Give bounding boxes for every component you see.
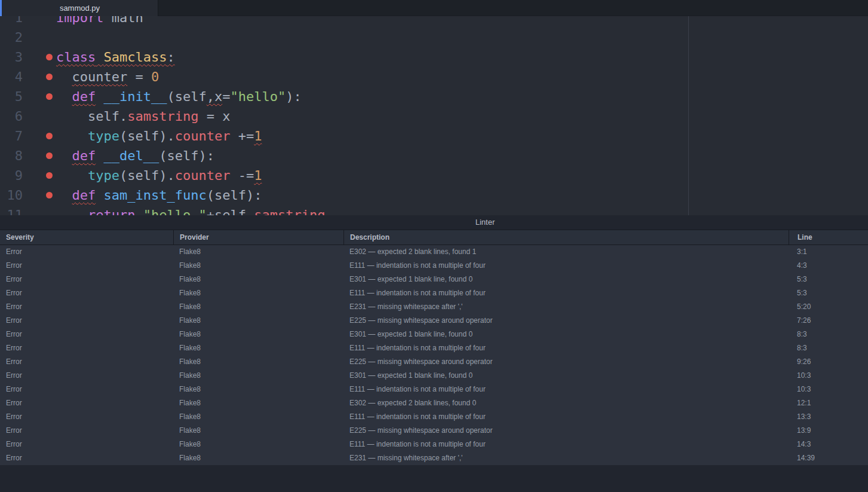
- code-token: [96, 50, 103, 65]
- linter-cell-line: 8:3: [789, 341, 868, 355]
- code-line-text[interactable]: self.samstring = x: [56, 106, 230, 126]
- linter-cell-line: 5:3: [789, 286, 868, 300]
- linter-row[interactable]: ErrorFlake8E111 — indentation is not a m…: [0, 438, 868, 451]
- linter-cell-provider: Flake8: [173, 259, 343, 273]
- code-token: [56, 148, 72, 163]
- code-lines: 1import math23class Samclass:4 counter =…: [0, 0, 868, 215]
- code-line[interactable]: 2: [0, 27, 868, 47]
- line-number: 11: [0, 205, 23, 215]
- code-token: =: [222, 89, 230, 104]
- linter-col-description: Description: [343, 230, 789, 245]
- code-line-text[interactable]: def __del__(self):: [56, 146, 214, 166]
- linter-cell-severity: Error: [0, 259, 173, 273]
- linter-row[interactable]: ErrorFlake8E111 — indentation is not a m…: [0, 410, 868, 424]
- linter-cell-line: 4:3: [789, 259, 868, 273]
- line-number: 2: [0, 27, 23, 47]
- linter-cell-description: E301 — expected 1 blank line, found 0: [343, 328, 789, 341]
- code-line[interactable]: 3class Samclass:: [0, 47, 868, 67]
- code-token: return: [88, 207, 135, 215]
- code-line-text[interactable]: type(self).counter +=1: [56, 126, 262, 146]
- code-token: 0: [151, 69, 159, 84]
- lint-error-dot-icon: [46, 74, 53, 80]
- code-token: [56, 129, 88, 143]
- linter-cell-description: E111 — indentation is not a multiple of …: [343, 438, 789, 451]
- linter-cell-line: 7:26: [789, 314, 868, 328]
- code-line[interactable]: 6 self.samstring = x: [0, 106, 868, 126]
- code-line[interactable]: 9 type(self).counter -=1: [0, 166, 868, 185]
- linter-row[interactable]: ErrorFlake8E302 — expected 2 blank lines…: [0, 396, 868, 410]
- code-token: = x: [198, 109, 230, 124]
- code-token: [56, 168, 88, 183]
- code-token: "hello ": [143, 207, 207, 215]
- linter-row[interactable]: ErrorFlake8E111 — indentation is not a m…: [0, 341, 868, 355]
- linter-cell-severity: Error: [0, 341, 173, 355]
- linter-row[interactable]: ErrorFlake8E302 — expected 2 blank lines…: [0, 245, 868, 259]
- code-token: (self).: [119, 129, 175, 143]
- linter-cell-line: 5:3: [789, 273, 868, 286]
- linter-cell-severity: Error: [0, 355, 173, 369]
- linter-row[interactable]: ErrorFlake8E301 — expected 1 blank line,…: [0, 273, 868, 286]
- code-token: samstring: [127, 109, 198, 124]
- code-line-text[interactable]: return "hello "+self.samstring: [56, 205, 325, 215]
- line-number: 6: [0, 106, 23, 126]
- linter-cell-line: 10:3: [789, 383, 868, 396]
- linter-cell-line: 3:1: [789, 245, 868, 259]
- code-line-text[interactable]: class Samclass:: [56, 47, 175, 67]
- linter-row[interactable]: ErrorFlake8E231 — missing whitespace aft…: [0, 451, 868, 465]
- linter-row[interactable]: ErrorFlake8E111 — indentation is not a m…: [0, 286, 868, 300]
- code-line-text[interactable]: counter = 0: [56, 67, 159, 87]
- code-line[interactable]: 5 def __init__(self,x="hello"):: [0, 87, 868, 106]
- code-line[interactable]: 10 def sam_inst_func(self):: [0, 185, 868, 205]
- line-number: 8: [0, 146, 23, 166]
- linter-row[interactable]: ErrorFlake8E301 — expected 1 blank line,…: [0, 328, 868, 341]
- code-token: counter: [72, 69, 128, 84]
- code-token: -=: [230, 168, 254, 183]
- code-token: (self):: [159, 148, 214, 163]
- code-line[interactable]: 8 def __del__(self):: [0, 146, 868, 166]
- code-line-text[interactable]: type(self).counter -=1: [56, 166, 262, 185]
- linter-cell-severity: Error: [0, 451, 173, 465]
- linter-col-line: Line: [789, 230, 868, 245]
- linter-col-provider: Provider: [173, 230, 343, 245]
- linter-row[interactable]: ErrorFlake8E225 — missing whitespace aro…: [0, 424, 868, 438]
- linter-cell-severity: Error: [0, 410, 173, 424]
- code-token: ,x: [207, 89, 223, 104]
- linter-cell-description: E225 — missing whitespace around operato…: [343, 355, 789, 369]
- linter-cell-severity: Error: [0, 300, 173, 314]
- linter-cell-description: E111 — indentation is not a multiple of …: [343, 383, 789, 396]
- linter-row[interactable]: ErrorFlake8E231 — missing whitespace aft…: [0, 300, 868, 314]
- code-editor[interactable]: 1import math23class Samclass:4 counter =…: [0, 0, 868, 215]
- line-number: 3: [0, 47, 23, 67]
- code-line[interactable]: 4 counter = 0: [0, 67, 868, 87]
- tab-sammod-py[interactable]: sammod.py: [2, 0, 158, 16]
- code-token: :: [167, 50, 174, 65]
- linter-row[interactable]: ErrorFlake8E111 — indentation is not a m…: [0, 259, 868, 273]
- lint-error-dot-icon: [46, 172, 53, 179]
- tab-label: sammod.py: [60, 4, 100, 13]
- code-token: def: [72, 89, 96, 104]
- linter-cell-description: E301 — expected 1 blank line, found 0: [343, 369, 789, 383]
- code-token: counter: [175, 168, 231, 183]
- line-number: 4: [0, 67, 23, 87]
- code-token: type: [88, 129, 119, 143]
- code-line[interactable]: 7 type(self).counter +=1: [0, 126, 868, 146]
- code-line-text[interactable]: def __init__(self,x="hello"):: [56, 87, 302, 106]
- linter-cell-severity: Error: [0, 328, 173, 341]
- linter-row[interactable]: ErrorFlake8E225 — missing whitespace aro…: [0, 314, 868, 328]
- linter-cell-line: 14:39: [789, 451, 868, 465]
- code-token: def: [72, 148, 96, 163]
- linter-row[interactable]: ErrorFlake8E111 — indentation is not a m…: [0, 383, 868, 396]
- linter-row[interactable]: ErrorFlake8E301 — expected 1 blank line,…: [0, 369, 868, 383]
- linter-cell-severity: Error: [0, 286, 173, 300]
- linter-titlebar[interactable]: Linter: [0, 215, 868, 230]
- linter-cell-description: E302 — expected 2 blank lines, found 0: [343, 396, 789, 410]
- linter-header-row: Severity Provider Description Line: [0, 230, 868, 245]
- code-line[interactable]: 11 return "hello "+self.samstring: [0, 205, 868, 215]
- linter-row[interactable]: ErrorFlake8E225 — missing whitespace aro…: [0, 355, 868, 369]
- code-token: 1: [254, 129, 262, 143]
- code-line-text[interactable]: def sam_inst_func(self):: [56, 185, 262, 205]
- linter-rows: ErrorFlake8E302 — expected 2 blank lines…: [0, 245, 868, 465]
- linter-cell-description: E225 — missing whitespace around operato…: [343, 314, 789, 328]
- linter-cell-provider: Flake8: [173, 273, 343, 286]
- code-token: [96, 148, 103, 163]
